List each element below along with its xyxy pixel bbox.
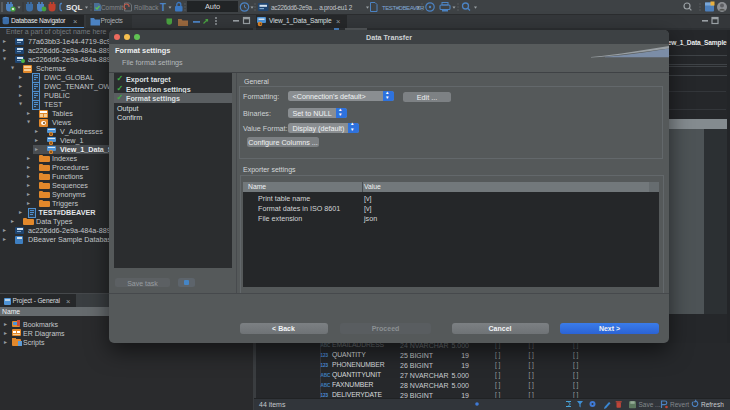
svg-text:SQL: SQL	[66, 3, 83, 12]
svg-text:Refresh: Refresh	[701, 401, 724, 408]
svg-text:Rollback: Rollback	[134, 4, 159, 11]
svg-text:Save ...: Save ...	[639, 401, 661, 408]
svg-text:Commit: Commit	[101, 4, 123, 11]
svg-text:ac226dd6-2e9a ... a.prod-eu1 2: ac226dd6-2e9a ... a.prod-eu1 2	[271, 4, 353, 12]
svg-text:Revert: Revert	[670, 401, 689, 408]
svg-text:Auto: Auto	[205, 2, 220, 11]
svg-text:T: T	[160, 2, 166, 13]
